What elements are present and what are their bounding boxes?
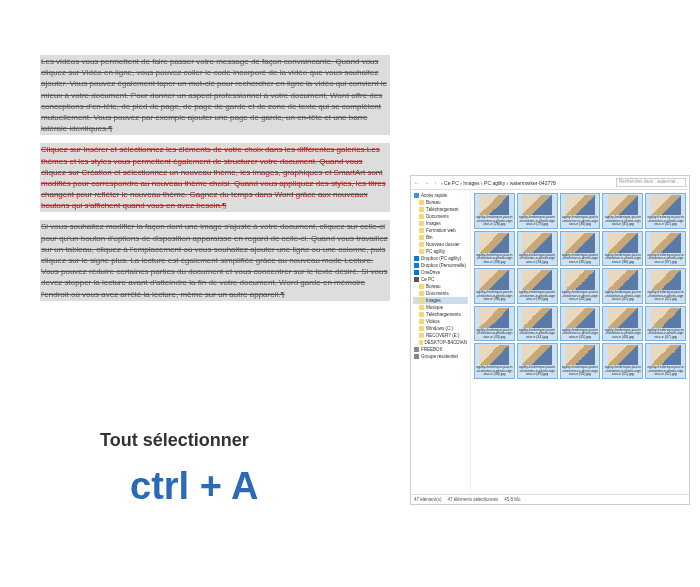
sidebar-item-label: Nouveau dossier: [426, 242, 460, 247]
sidebar-item[interactable]: PC agility: [413, 248, 468, 255]
sidebar-item[interactable]: Téléchargement: [413, 206, 468, 213]
thumbnail-image: [565, 195, 595, 215]
sidebar-item[interactable]: Documents: [413, 213, 468, 220]
thumbnail-label: agility-frederique-jaucin-instantan-e-ph…: [647, 216, 684, 227]
sidebar-network[interactable]: Groupe résidentiel: [413, 353, 468, 360]
sidebar-item-label: Vidéos: [426, 319, 440, 324]
sidebar-item-label: Documents: [426, 214, 449, 219]
file-thumbnail[interactable]: agility-frederique-jaucin-instantan-e-ph…: [560, 193, 601, 229]
sidebar-item[interactable]: Documents: [413, 290, 468, 297]
sidebar-item[interactable]: Vidéos: [413, 318, 468, 325]
folder-icon: [419, 249, 424, 254]
breadcrumb[interactable]: › Ce PC › Images › PC agility › watermar…: [441, 180, 612, 186]
thumbnail-image: [608, 233, 638, 253]
file-thumbnail[interactable]: agility-frederique-jaucin-instantan-e-ph…: [517, 306, 558, 342]
back-arrow-icon[interactable]: ←: [414, 180, 420, 186]
pc-icon: [414, 277, 419, 282]
file-thumbnail[interactable]: agility-frederique-jaucin-instantan-e-ph…: [602, 343, 643, 379]
file-thumbnail[interactable]: agility-frederique-jaucin-instantan-e-ph…: [645, 193, 686, 229]
sidebar-item[interactable]: Images: [413, 297, 468, 304]
thumbnail-image: [522, 270, 552, 290]
thumbnail-image: [651, 308, 681, 328]
folder-icon: [419, 228, 424, 233]
sidebar-dropbox-personal[interactable]: Dropbox (Personnelle): [413, 262, 468, 269]
file-thumbnail[interactable]: agility-frederique-jaucin-instantan-e-ph…: [560, 268, 601, 304]
file-thumbnail[interactable]: agility-frederique-jaucin-instantan-e-ph…: [560, 343, 601, 379]
folder-icon: [419, 340, 423, 345]
sidebar-item[interactable]: Musique: [413, 304, 468, 311]
up-arrow-icon[interactable]: ↑: [434, 180, 437, 186]
file-thumbnail[interactable]: agility-frederique-jaucin-instantan-e-ph…: [645, 343, 686, 379]
file-thumbnail[interactable]: agility-frederique-jaucin-instantan-e-ph…: [602, 306, 643, 342]
folder-icon: [419, 235, 424, 240]
thumbnail-image: [608, 195, 638, 215]
sidebar-item[interactable]: Windows (C:): [413, 325, 468, 332]
search-input[interactable]: Rechercher dans : watermar...: [616, 178, 686, 187]
thumbnail-image: [651, 233, 681, 253]
status-selected: 47 éléments sélectionnés: [448, 497, 499, 502]
network-icon: [414, 354, 419, 359]
sidebar-dropbox[interactable]: Dropbox (PC agility): [413, 255, 468, 262]
sidebar-item[interactable]: Bin: [413, 234, 468, 241]
sidebar-onedrive[interactable]: OneDrive: [413, 269, 468, 276]
thumbnail-label: agility-frederique-jaucin-instantan-e-ph…: [604, 329, 641, 340]
sidebar-label: Accès rapide: [421, 193, 447, 198]
sidebar-item[interactable]: Images: [413, 220, 468, 227]
sidebar-label: Ce PC: [421, 277, 434, 282]
file-thumbnail[interactable]: agility-frederique-jaucin-instantan-e-ph…: [645, 268, 686, 304]
file-thumbnail[interactable]: agility-frederique-jaucin-instantan-e-ph…: [645, 306, 686, 342]
thumbnail-image: [608, 345, 638, 365]
file-thumbnail[interactable]: agility-frederique-jaucin-instantan-e-ph…: [645, 231, 686, 267]
file-thumbnail[interactable]: agility-frederique-jaucin-instantan-e-ph…: [517, 343, 558, 379]
sidebar-item[interactable]: Nouveau dossier: [413, 241, 468, 248]
thumbnail-image: [522, 233, 552, 253]
file-thumbnail[interactable]: agility-frederique-jaucin-instantan-e-ph…: [517, 193, 558, 229]
sidebar-label: OneDrive: [421, 270, 440, 275]
file-thumbnail[interactable]: agility-frederique-jaucin-instantan-e-ph…: [602, 193, 643, 229]
thumbnail-image: [479, 233, 509, 253]
sidebar-item[interactable]: RECOVERY (E:): [413, 332, 468, 339]
sidebar-item-label: Bin: [426, 235, 433, 240]
sidebar-item[interactable]: DESKTOP-B4CDIAN: [413, 339, 468, 346]
file-thumbnail[interactable]: agility-frederique-jaucin-instantan-e-ph…: [560, 306, 601, 342]
thumbnail-label: agility-frederique-jaucin-instantan-e-ph…: [604, 254, 641, 265]
sidebar-item[interactable]: Bureau: [413, 283, 468, 290]
file-thumbnail[interactable]: agility-frederique-jaucin-instantan-e-ph…: [474, 343, 515, 379]
sidebar-item[interactable]: Formation web: [413, 227, 468, 234]
thumbnail-image: [651, 195, 681, 215]
file-thumbnail[interactable]: agility-frederique-jaucin-instantan-e-ph…: [602, 268, 643, 304]
explorer-body: Accès rapide BureauTéléchargementDocumen…: [411, 190, 689, 494]
file-thumbnail[interactable]: agility-frederique-jaucin-instantan-e-ph…: [517, 268, 558, 304]
sidebar-item-label: PC agility: [426, 249, 445, 254]
sidebar-label: Dropbox (Personnelle): [421, 263, 466, 268]
explorer-statusbar: 47 élément(s) 47 éléments sélectionnés 4…: [411, 494, 689, 504]
sidebar-freebox[interactable]: FREEBOX: [413, 346, 468, 353]
thumbnail-label: agility-frederique-jaucin-instantan-e-ph…: [604, 216, 641, 227]
sidebar-item[interactable]: Téléchargements: [413, 311, 468, 318]
sidebar-item-label: DESKTOP-B4CDIAN: [425, 340, 467, 345]
folder-icon: [419, 298, 424, 303]
thumbnail-label: agility-frederique-jaucin-instantan-e-ph…: [562, 291, 599, 302]
explorer-content[interactable]: agility-frederique-jaucin-instantan-e-ph…: [471, 190, 689, 494]
file-thumbnail[interactable]: agility-frederique-jaucin-instantan-e-ph…: [517, 231, 558, 267]
sidebar-item-label: Bureau: [426, 284, 441, 289]
sidebar-pc[interactable]: Ce PC: [413, 276, 468, 283]
dropbox-icon: [414, 256, 419, 261]
thumbnail-label: agility-frederique-jaucin-instantan-e-ph…: [562, 366, 599, 377]
forward-arrow-icon[interactable]: →: [424, 180, 430, 186]
file-thumbnail[interactable]: agility-frederique-jaucin-instantan-e-ph…: [602, 231, 643, 267]
drive-icon: [414, 347, 419, 352]
sidebar-quick-access[interactable]: Accès rapide: [413, 192, 468, 199]
file-thumbnail[interactable]: agility-frederique-jaucin-instantan-e-ph…: [474, 268, 515, 304]
thumbnail-label: agility-frederique-jaucin-instantan-e-ph…: [476, 216, 513, 227]
status-size: 45,8 Mo: [504, 497, 520, 502]
file-thumbnail[interactable]: agility-frederique-jaucin-instantan-e-ph…: [474, 231, 515, 267]
sidebar-item-label: RECOVERY (E:): [426, 333, 460, 338]
folder-icon: [419, 200, 424, 205]
file-thumbnail[interactable]: agility-frederique-jaucin-instantan-e-ph…: [560, 231, 601, 267]
sidebar-item[interactable]: Bureau: [413, 199, 468, 206]
file-thumbnail[interactable]: agility-frederique-jaucin-instantan-e-ph…: [474, 306, 515, 342]
paragraph-1: Les vidéos vous permettent de faire pass…: [40, 55, 390, 135]
file-thumbnail[interactable]: agility-frederique-jaucin-instantan-e-ph…: [474, 193, 515, 229]
paragraph-3: Si vous souhaitez modifier la façon dont…: [40, 220, 390, 300]
